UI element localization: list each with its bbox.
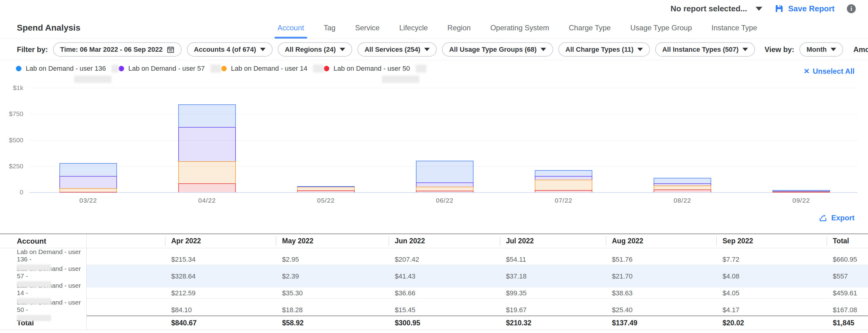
bar-segment-lab-on-demand-user-50-07-22[interactable] [535, 190, 592, 192]
bar-segment-lab-on-demand-user-136-04-22[interactable] [178, 104, 236, 127]
bar-segment-lab-on-demand-user-14-07-22[interactable] [535, 180, 592, 190]
filter-pills: Time: 06 Mar 2022 - 06 Sep 2022Accounts … [53, 42, 755, 57]
filter-pill-all-regions-24[interactable]: All Regions (24) [278, 42, 352, 57]
tab-operating-system[interactable]: Operating System [489, 17, 551, 39]
total-value-total: $1,845 [827, 316, 868, 330]
table-row-lab-on-demand-user-50: Lab on Demand - user 50 -$84.10$18.28$15… [0, 299, 868, 315]
tab-instance-type[interactable]: Instance Type [710, 17, 759, 39]
bar-segment-lab-on-demand-user-50-05-22[interactable] [297, 190, 355, 192]
export-label: Export [831, 213, 855, 222]
total-value-may-2022: $58.92 [276, 316, 389, 330]
tab-charge-type[interactable]: Charge Type [567, 17, 613, 39]
bar-segment-lab-on-demand-user-50-04-22[interactable] [178, 183, 236, 192]
column-header-total: Total [827, 234, 868, 248]
column-header-aug-2022: Aug 2022 [606, 234, 716, 248]
bar-segment-lab-on-demand-user-14-08-22[interactable] [654, 186, 711, 190]
bar-segment-lab-on-demand-user-57-07-22[interactable] [535, 176, 592, 180]
redacted-text [17, 315, 51, 321]
legend-item-lab-on-demand-user-50[interactable]: Lab on Demand - user 50 [324, 65, 426, 83]
amortized-label: Amortized [853, 45, 868, 54]
tabs: AccountTagServiceLifecycleRegionOperatin… [276, 17, 759, 39]
redacted-text [313, 65, 324, 72]
legend-line: Lab on Demand - user 14 [221, 65, 324, 72]
legend-line: Lab on Demand - user 57 [119, 65, 221, 72]
filter-pill-all-charge-types-11[interactable]: All Charge Types (11) [558, 42, 650, 57]
legend-label: Lab on Demand - user 50 [334, 65, 410, 72]
table-total-row: Total$840.67$58.92$300.95$210.32$137.49$… [0, 315, 868, 330]
x-axis-label: 03/22 [64, 197, 113, 204]
total-value-jul-2022: $210.32 [500, 316, 606, 330]
tab-account[interactable]: Account [276, 17, 306, 39]
bar-segment-lab-on-demand-user-57-08-22[interactable] [654, 183, 711, 186]
view-by-select[interactable]: Month [799, 42, 843, 57]
bar-segment-lab-on-demand-user-14-05-22[interactable] [297, 187, 355, 190]
redacted-text [112, 65, 119, 72]
filter-pill-accounts-4-of-674[interactable]: Accounts 4 (of 674) [187, 42, 273, 57]
save-report-label: Save Report [788, 4, 835, 13]
filter-pill-label: All Usage Type Groups (68) [449, 45, 537, 54]
bar-segment-lab-on-demand-user-57-09-22[interactable] [772, 191, 830, 192]
filter-pill-all-services-254[interactable]: All Services (254) [358, 42, 437, 57]
total-value-jun-2022: $300.95 [389, 316, 500, 330]
legend-item-lab-on-demand-user-136[interactable]: Lab on Demand - user 136 [16, 65, 119, 83]
redacted-text [382, 76, 419, 83]
legend-item-lab-on-demand-user-57[interactable]: Lab on Demand - user 57 [119, 65, 221, 83]
bar-segment-lab-on-demand-user-136-03-22[interactable] [59, 163, 117, 176]
close-icon: ✕ [803, 67, 809, 76]
x-axis-label: 05/22 [301, 197, 350, 204]
legend-dot [16, 66, 22, 71]
filter-pill-time-06-mar-2022-06-sep-2022[interactable]: Time: 06 Mar 2022 - 06 Sep 2022 [53, 42, 182, 57]
bar-segment-lab-on-demand-user-136-07-22[interactable] [535, 170, 592, 176]
redacted-text [17, 264, 51, 271]
bar-segment-lab-on-demand-user-57-03-22[interactable] [59, 176, 117, 188]
report-selector[interactable]: No report selected... [671, 4, 762, 13]
chevron-down-icon [340, 48, 345, 51]
bar-segment-lab-on-demand-user-57-06-22[interactable] [416, 182, 473, 187]
gridline-500 [29, 140, 858, 140]
tab-service[interactable]: Service [353, 17, 381, 39]
x-axis-label: 06/22 [420, 197, 469, 204]
bar-segment-lab-on-demand-user-57-04-22[interactable] [178, 127, 236, 161]
info-icon[interactable]: i [847, 4, 856, 13]
title-row: Spend Analysis AccountTagServiceLifecycl… [0, 17, 868, 39]
filter-pill-all-usage-type-groups-68[interactable]: All Usage Type Groups (68) [442, 42, 553, 57]
legend-items: Lab on Demand - user 136Lab on Demand - … [16, 65, 426, 83]
account-name: Lab on Demand - user 136 - [17, 248, 86, 263]
amortized-control: Amortized i [853, 44, 868, 55]
tab-region[interactable]: Region [446, 17, 473, 39]
filter-pill-label: All Regions (24) [285, 45, 336, 54]
bar-segment-lab-on-demand-user-14-06-22[interactable] [416, 187, 473, 191]
bar-segment-lab-on-demand-user-14-04-22[interactable] [178, 161, 236, 183]
tab-lifecycle[interactable]: Lifecycle [397, 17, 429, 39]
chevron-down-icon [742, 48, 748, 51]
legend-dot [324, 66, 329, 71]
redacted-text [210, 65, 221, 72]
redacted-text [415, 65, 427, 72]
save-report-button[interactable]: Save Report [775, 4, 835, 13]
legend-item-lab-on-demand-user-14[interactable]: Lab on Demand - user 14 [221, 65, 324, 83]
bar-segment-lab-on-demand-user-50-03-22[interactable] [59, 192, 117, 193]
filter-pill-all-instance-types-507[interactable]: All Instance Types (507) [655, 42, 755, 57]
column-header-may-2022: May 2022 [276, 234, 389, 248]
bar-segment-lab-on-demand-user-136-05-22[interactable] [297, 186, 355, 187]
legend-line: Lab on Demand - user 50 [324, 65, 426, 72]
save-icon [775, 4, 784, 13]
bar-segment-lab-on-demand-user-50-08-22[interactable] [654, 190, 711, 192]
export-button[interactable]: Export [819, 213, 855, 222]
table-body: Lab on Demand - user 136 -$215.34$2.95$2… [0, 248, 868, 315]
tab-tag[interactable]: Tag [322, 17, 338, 39]
table-row-lab-on-demand-user-57: Lab on Demand - user 57 -$328.64$2.39$41… [0, 265, 868, 282]
total-value-apr-2022: $840.67 [165, 316, 276, 330]
chevron-down-icon [424, 48, 430, 51]
y-axis-label: $750 [4, 110, 23, 118]
view-by-label: View by: [765, 45, 794, 54]
bar-segment-lab-on-demand-user-50-06-22[interactable] [416, 191, 473, 192]
tab-usage-type-group[interactable]: Usage Type Group [628, 17, 694, 39]
total-value-aug-2022: $137.49 [606, 316, 716, 330]
unselect-all-button[interactable]: ✕ Unselect All [803, 67, 855, 76]
bar-segment-lab-on-demand-user-136-09-22[interactable] [772, 190, 830, 191]
bar-segment-lab-on-demand-user-136-06-22[interactable] [416, 161, 473, 182]
bar-segment-lab-on-demand-user-136-08-22[interactable] [654, 178, 711, 183]
table-header: AccountApr 2022May 2022Jun 2022Jul 2022A… [0, 234, 868, 248]
bar-segment-lab-on-demand-user-14-03-22[interactable] [59, 188, 117, 192]
